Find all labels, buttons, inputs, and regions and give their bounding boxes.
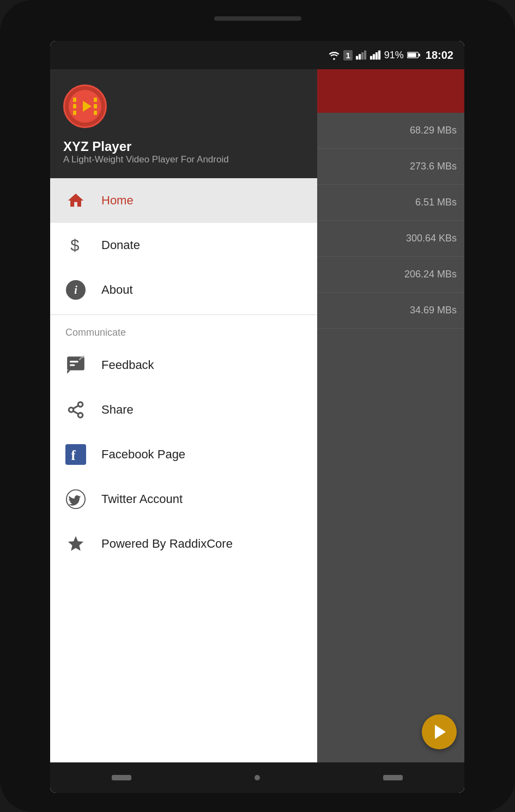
file-item-1: 68.29 MBs xyxy=(317,113,464,149)
svg-point-26 xyxy=(78,413,83,418)
app-logo xyxy=(63,84,107,128)
bottom-recents-button[interactable] xyxy=(383,775,403,780)
battery-percent: 91% xyxy=(384,50,404,61)
svg-rect-5 xyxy=(370,56,372,60)
nav-item-feedback[interactable]: Feedback xyxy=(50,343,317,387)
drawer-header: XYZ Player A Light-Weight Video Player F… xyxy=(50,69,317,178)
app-name: XYZ Player xyxy=(63,139,304,154)
nav-label-feedback: Feedback xyxy=(101,358,154,372)
twitter-icon xyxy=(65,489,86,510)
svg-rect-15 xyxy=(94,98,97,102)
home-icon xyxy=(65,190,86,211)
file-size-2: 273.6 MBs xyxy=(410,161,457,172)
nav-item-home[interactable]: Home xyxy=(50,178,317,223)
svg-rect-10 xyxy=(408,53,416,57)
file-item-5: 206.24 MBs xyxy=(317,257,464,293)
dollar-icon: $ xyxy=(65,235,86,256)
svg-rect-11 xyxy=(419,53,420,56)
svg-line-28 xyxy=(73,405,78,409)
app-tagline: A Light-Weight Video Player For Android xyxy=(63,154,304,165)
bottom-home-button[interactable] xyxy=(255,775,260,780)
nav-label-raddixcore: Powered By RaddixCore xyxy=(101,537,233,551)
svg-rect-14 xyxy=(73,111,76,115)
svg-rect-3 xyxy=(361,52,363,59)
file-size-3: 6.51 MBs xyxy=(415,197,457,208)
facebook-icon: f xyxy=(65,444,86,465)
svg-rect-12 xyxy=(73,98,76,102)
svg-rect-29 xyxy=(65,444,86,465)
file-size-4: 300.64 KBs xyxy=(406,233,457,244)
svg-point-25 xyxy=(69,408,74,413)
file-item-3: 6.51 MBs xyxy=(317,185,464,221)
nav-drawer: XYZ Player A Light-Weight Video Player F… xyxy=(50,69,317,762)
svg-rect-7 xyxy=(375,52,378,59)
share-icon xyxy=(65,399,86,420)
nav-item-twitter[interactable]: Twitter Account xyxy=(50,477,317,522)
signal1-icon xyxy=(356,50,367,60)
info-icon: i xyxy=(65,280,86,300)
nav-label-about: About xyxy=(101,283,133,297)
nav-item-about[interactable]: i About xyxy=(50,268,317,312)
svg-point-24 xyxy=(78,402,83,407)
nav-divider xyxy=(50,314,317,315)
file-list: 68.29 MBs 273.6 MBs 6.51 MBs 300.64 KBs … xyxy=(317,113,464,762)
app-logo-inner xyxy=(69,90,101,123)
signal2-icon xyxy=(370,50,381,60)
feedback-icon xyxy=(65,355,86,375)
nav-label-facebook: Facebook Page xyxy=(101,447,185,462)
status-icons: 1 91% xyxy=(328,49,453,62)
file-item-4: 300.64 KBs xyxy=(317,221,464,257)
file-item-2: 273.6 MBs xyxy=(317,149,464,185)
svg-rect-6 xyxy=(373,54,375,59)
nav-label-twitter: Twitter Account xyxy=(101,492,183,506)
film-play-icon xyxy=(72,93,98,119)
svg-text:$: $ xyxy=(70,237,79,254)
star-icon xyxy=(65,534,86,554)
main-top-bar xyxy=(317,69,464,113)
svg-point-0 xyxy=(334,58,336,60)
file-size-1: 68.29 MBs xyxy=(410,125,457,136)
svg-marker-21 xyxy=(67,371,70,374)
status-time: 18:02 xyxy=(426,49,453,62)
battery-icon xyxy=(407,50,420,60)
screen-content: XYZ Player A Light-Weight Video Player F… xyxy=(50,69,464,762)
file-size-5: 206.24 MBs xyxy=(404,269,457,280)
fab-play-icon xyxy=(435,725,446,739)
sim-icon: 1 xyxy=(343,50,352,60)
file-item-6: 34.69 MBs xyxy=(317,293,464,329)
svg-rect-16 xyxy=(94,104,97,108)
fab-play-button[interactable] xyxy=(422,714,457,749)
nav-label-donate: Donate xyxy=(101,238,140,252)
svg-rect-17 xyxy=(94,111,97,115)
nav-item-facebook[interactable]: f Facebook Page xyxy=(50,432,317,477)
communicate-section-title: Communicate xyxy=(50,317,317,343)
svg-rect-8 xyxy=(378,51,380,60)
main-content: 68.29 MBs 273.6 MBs 6.51 MBs 300.64 KBs … xyxy=(317,69,464,762)
bottom-home-bar xyxy=(50,762,464,793)
phone-screen: 1 91% xyxy=(50,41,464,793)
status-bar: 1 91% xyxy=(50,41,464,69)
nav-item-donate[interactable]: $ Donate xyxy=(50,223,317,268)
nav-item-share[interactable]: Share xyxy=(50,387,317,432)
svg-marker-18 xyxy=(83,101,92,112)
svg-text:f: f xyxy=(71,448,76,463)
svg-rect-2 xyxy=(359,54,361,59)
nav-label-share: Share xyxy=(101,403,134,417)
svg-rect-1 xyxy=(356,56,358,60)
app-info: XYZ Player A Light-Weight Video Player F… xyxy=(63,137,304,165)
file-size-6: 34.69 MBs xyxy=(410,305,457,316)
nav-items: Home $ Donate i xyxy=(50,178,317,762)
svg-rect-20 xyxy=(67,356,84,370)
svg-rect-13 xyxy=(73,104,76,108)
phone-frame: 1 91% xyxy=(0,0,515,812)
phone-speaker xyxy=(214,16,301,21)
nav-label-home: Home xyxy=(101,193,134,208)
svg-rect-4 xyxy=(364,51,366,60)
wifi-icon xyxy=(328,50,340,60)
svg-line-27 xyxy=(73,411,78,414)
bottom-back-button[interactable] xyxy=(112,775,131,780)
nav-item-raddixcore[interactable]: Powered By RaddixCore xyxy=(50,522,317,566)
